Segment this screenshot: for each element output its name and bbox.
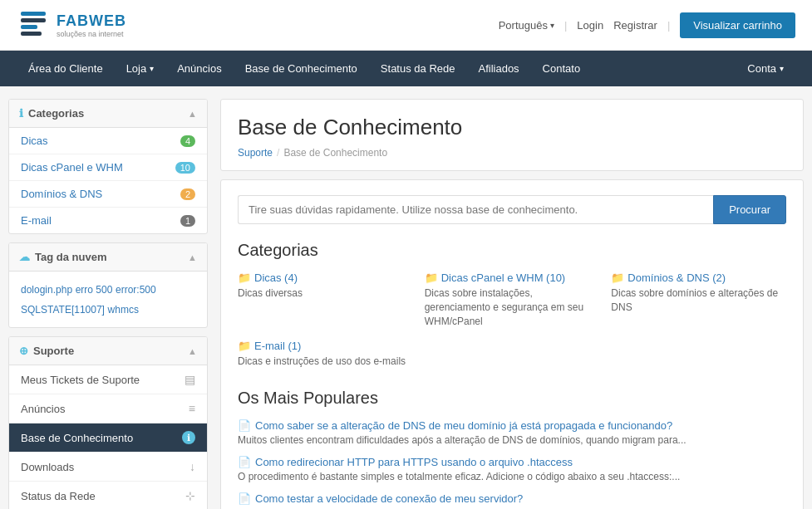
globe-icon: ⊕ <box>19 345 28 357</box>
categories-grid: 📁 Dicas (4) Dicas diversas 📁 Dicas cPane… <box>238 272 786 369</box>
tag-whmcs[interactable]: whmcs <box>108 304 139 316</box>
nav-area-cliente[interactable]: Área do Cliente <box>17 51 115 86</box>
nav-anuncios[interactable]: Anúncios <box>165 51 233 86</box>
language-selector[interactable]: Português ▾ <box>499 19 554 32</box>
category-link-dominios[interactable]: 📁 Domínios & DNS (2) <box>611 272 786 284</box>
sidebar-item-downloads[interactable]: Downloads ↓ <box>9 453 207 482</box>
popular-link-1[interactable]: 📄 Como redirecionar HTTP para HTTPS usan… <box>238 456 786 468</box>
page-title: Base de Conhecimento <box>238 115 786 140</box>
logo: FABWEB soluções na internet <box>17 8 126 42</box>
login-link[interactable]: Login <box>577 19 603 32</box>
category-item-dicas: 📁 Dicas (4) Dicas diversas <box>238 272 413 328</box>
chevron-down-icon: ▾ <box>780 64 784 73</box>
network-icon: ⊹ <box>185 489 195 502</box>
sidebar-support-header: ⊕ Suporte ▲ <box>9 337 207 365</box>
category-link-email[interactable]: 📁 E-mail (1) <box>238 340 413 352</box>
cloud-icon: ☁ <box>19 251 30 263</box>
breadcrumb: Suporte / Base de Conhecimento <box>238 147 786 159</box>
info-circle-icon: ℹ <box>182 431 195 444</box>
folder-icon: 📁 <box>425 272 438 284</box>
info-icon: ℹ <box>19 107 23 120</box>
sidebar-item-dominios[interactable]: Domínios & DNS 2 <box>9 181 207 208</box>
top-right-nav: Português ▾ | Login Registrar | Visualiz… <box>499 12 795 38</box>
svg-rect-1 <box>21 18 46 22</box>
tag-erro500[interactable]: erro 500 <box>76 284 113 296</box>
chevron-down-icon: ▾ <box>550 21 554 30</box>
svg-rect-0 <box>21 12 46 16</box>
category-item-email: 📁 E-mail (1) Dicas e instruções de uso d… <box>238 340 413 369</box>
cart-button[interactable]: Visualizar carrinho <box>680 12 795 38</box>
svg-rect-3 <box>21 32 42 36</box>
doc-icon-0: 📄 <box>238 419 251 432</box>
download-icon: ↓ <box>189 460 195 473</box>
categories-header-label: Categorias <box>28 107 84 120</box>
popular-item-2: 📄 Como testar a velocidade de conexão de… <box>238 492 786 509</box>
nav-conta[interactable]: Conta ▾ <box>736 51 795 86</box>
breadcrumb-suporte[interactable]: Suporte <box>238 147 273 159</box>
breadcrumb-separator: / <box>277 147 279 159</box>
sidebar-support-section: ⊕ Suporte ▲ Meus Tickets de Suporte ▤ An… <box>8 336 208 509</box>
main-navigation: Área do Cliente Loja ▾ Anúncios Base de … <box>0 51 812 86</box>
logo-brand: FABWEB <box>57 12 126 30</box>
nav-contato[interactable]: Contato <box>531 51 593 86</box>
tag-sqlstate[interactable]: SQLSTATE[11007] <box>21 304 105 316</box>
category-link-cpanel[interactable]: 📁 Dicas cPanel e WHM (10) <box>425 272 600 284</box>
category-item-cpanel: 📁 Dicas cPanel e WHM (10) Dicas sobre in… <box>425 272 600 328</box>
main-content: Base de Conhecimento Suporte / Base de C… <box>220 99 804 509</box>
sidebar-item-tickets[interactable]: Meus Tickets de Suporte ▤ <box>9 365 207 394</box>
doc-icon-1: 📄 <box>238 456 251 468</box>
content-wrapper: ℹ Categorias ▲ Dicas 4 Dicas cPanel e WH… <box>0 86 812 509</box>
search-button[interactable]: Procurar <box>713 195 786 224</box>
category-link-dicas[interactable]: 📁 Dicas (4) <box>238 272 413 284</box>
nav-base-conhecimento[interactable]: Base de Conhecimento <box>234 51 369 86</box>
popular-list: 📄 Como saber se a alteração de DNS de me… <box>238 419 786 509</box>
popular-title: Os Mais Populares <box>238 389 786 408</box>
divider2: | <box>667 19 670 32</box>
popular-link-0[interactable]: 📄 Como saber se a alteração de DNS de me… <box>238 419 786 432</box>
sidebar-categories-section: ℹ Categorias ▲ Dicas 4 Dicas cPanel e WH… <box>8 99 208 234</box>
popular-item-1: 📄 Como redirecionar HTTP para HTTPS usan… <box>238 456 786 484</box>
tag-error500[interactable]: error:500 <box>116 284 156 296</box>
chevron-up-icon: ▲ <box>188 252 197 262</box>
search-input[interactable] <box>238 195 713 224</box>
nav-afiliados[interactable]: Afiliados <box>466 51 530 86</box>
nav-status-rede[interactable]: Status da Rede <box>369 51 467 86</box>
chevron-up-icon: ▲ <box>188 346 197 356</box>
register-link[interactable]: Registrar <box>613 19 657 32</box>
popular-link-2[interactable]: 📄 Como testar a velocidade de conexão de… <box>238 492 786 505</box>
sidebar-item-email[interactable]: E-mail 1 <box>9 208 207 233</box>
logo-icon <box>17 8 50 42</box>
tag-dologin[interactable]: dologin.php <box>21 284 72 296</box>
popular-item-0: 📄 Como saber se a alteração de DNS de me… <box>238 419 786 448</box>
folder-icon: 📁 <box>238 340 251 352</box>
sidebar-tags-section: ☁ Tag da nuvem ▲ dologin.php erro 500 er… <box>8 242 208 328</box>
svg-rect-2 <box>21 25 37 29</box>
list-icon: ≡ <box>189 402 195 415</box>
sidebar-item-status-rede[interactable]: Status da Rede ⊹ <box>9 482 207 509</box>
language-label: Português <box>499 19 548 32</box>
sidebar-item-dicas-cpanel[interactable]: Dicas cPanel e WHM 10 <box>9 154 207 181</box>
tag-cloud: dologin.php erro 500 error:500 SQLSTATE[… <box>9 272 207 327</box>
main-body: Procurar Categorias 📁 Dicas (4) Dicas di… <box>220 179 804 509</box>
sidebar-categories-header: ℹ Categorias ▲ <box>9 100 207 128</box>
sidebar-item-anuncios[interactable]: Anúncios ≡ <box>9 394 207 423</box>
breadcrumb-current: Base de Conhecimento <box>283 147 387 159</box>
sidebar-tags-header: ☁ Tag da nuvem ▲ <box>9 243 207 272</box>
chevron-down-icon: ▾ <box>150 64 154 73</box>
sidebar: ℹ Categorias ▲ Dicas 4 Dicas cPanel e WH… <box>8 99 208 509</box>
top-header: FABWEB soluções na internet Português ▾ … <box>0 0 812 51</box>
chevron-up-icon: ▲ <box>188 109 197 119</box>
category-item-dominios: 📁 Domínios & DNS (2) Dicas sobre domínio… <box>611 272 786 328</box>
tags-header-label: Tag da nuvem <box>35 251 106 263</box>
sidebar-item-dicas[interactable]: Dicas 4 <box>9 128 207 154</box>
logo-subtitle: soluções na internet <box>57 30 126 38</box>
folder-icon: 📁 <box>611 272 624 284</box>
logo-text-area: FABWEB soluções na internet <box>57 12 126 38</box>
categories-title: Categorias <box>238 241 786 260</box>
search-bar: Procurar <box>238 195 786 224</box>
nav-loja[interactable]: Loja ▾ <box>115 51 166 86</box>
ticket-icon: ▤ <box>185 373 195 386</box>
sidebar-item-base-conhecimento[interactable]: Base de Conhecimento ℹ <box>9 423 207 453</box>
folder-icon: 📁 <box>238 272 251 284</box>
support-header-label: Suporte <box>33 345 74 357</box>
